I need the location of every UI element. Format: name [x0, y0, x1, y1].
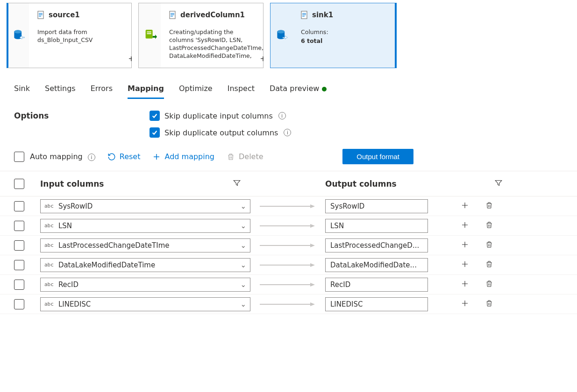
- options-heading: Options: [14, 111, 150, 120]
- flow-node-source1[interactable]: source1 Import data from ds_Blob_Input_C…: [7, 3, 132, 68]
- tab-settings[interactable]: Settings: [45, 84, 76, 99]
- svg-rect-4: [39, 14, 43, 15]
- checkbox-row[interactable]: [14, 280, 24, 290]
- add-node-button[interactable]: +: [127, 54, 136, 63]
- svg-rect-16: [302, 13, 306, 14]
- tab-data-preview[interactable]: Data preview: [270, 84, 327, 99]
- mapping-toolbar: Auto mapping i Reset Add mapping Delete …: [0, 148, 577, 171]
- filter-icon[interactable]: [233, 179, 241, 189]
- svg-rect-7: [147, 31, 151, 32]
- chevron-down-icon: ⌄: [240, 261, 246, 269]
- tab-optimize[interactable]: Optimize: [179, 84, 213, 99]
- add-output-button[interactable]: [461, 260, 469, 270]
- delete-row-button[interactable]: [485, 221, 493, 231]
- type-badge: abc: [44, 262, 54, 268]
- mapping-row: abc LastProcessedChangeDateTIme ⌄ LastPr…: [0, 236, 577, 255]
- svg-rect-11: [171, 14, 174, 15]
- options-pane: Options Skip duplicate input columns i S…: [0, 99, 577, 148]
- svg-rect-12: [171, 16, 173, 16]
- checkbox-skip-dup-output[interactable]: [150, 127, 160, 138]
- input-column-value: LINEDISC: [58, 300, 91, 308]
- tab-errors[interactable]: Errors: [91, 84, 113, 99]
- add-output-button[interactable]: [461, 221, 469, 231]
- input-column-select[interactable]: abc LINEDISC ⌄: [40, 297, 250, 311]
- tab-sink[interactable]: Sink: [14, 84, 30, 99]
- flow-node-derivedColumn1[interactable]: derivedColumn1 Creating/updating the col…: [138, 3, 264, 68]
- filter-icon[interactable]: [494, 179, 503, 189]
- type-badge: abc: [44, 281, 54, 287]
- input-column-select[interactable]: abc LastProcessedChangeDateTIme ⌄: [40, 238, 250, 252]
- svg-point-1: [14, 30, 21, 33]
- input-column-value: SysRowID: [58, 202, 93, 210]
- svg-rect-8: [147, 33, 151, 34]
- svg-rect-17: [302, 14, 306, 15]
- delete-row-button[interactable]: [485, 240, 493, 250]
- tab-mapping[interactable]: Mapping: [128, 84, 164, 99]
- derived-column-icon: [143, 28, 157, 43]
- reset-button[interactable]: Reset: [107, 152, 141, 161]
- info-icon[interactable]: i: [88, 154, 95, 161]
- label-skip-dup-input: Skip duplicate input columns: [164, 112, 273, 120]
- chevron-down-icon: ⌄: [240, 300, 246, 308]
- input-column-value: RecID: [58, 280, 78, 289]
- type-badge: abc: [44, 203, 54, 209]
- delete-row-button[interactable]: [485, 260, 493, 270]
- delete-row-button[interactable]: [485, 280, 493, 289]
- delete-row-button[interactable]: [485, 201, 493, 211]
- svg-rect-5: [39, 16, 41, 16]
- chevron-down-icon: ⌄: [240, 241, 246, 250]
- sink-tabs: SinkSettingsErrorsMappingOptimizeInspect…: [0, 77, 577, 99]
- mapping-arrow-icon: [260, 242, 316, 249]
- chevron-down-icon: ⌄: [240, 222, 246, 230]
- type-badge: abc: [44, 223, 54, 229]
- database-icon: [275, 28, 288, 43]
- output-column-input[interactable]: RecID: [325, 278, 428, 292]
- input-column-select[interactable]: abc SysRowID ⌄: [40, 199, 250, 213]
- info-icon[interactable]: i: [284, 129, 291, 136]
- add-output-button[interactable]: [461, 201, 469, 211]
- chevron-down-icon: ⌄: [240, 280, 246, 289]
- output-column-input[interactable]: LINEDISC: [325, 297, 428, 311]
- file-icon: [169, 11, 177, 19]
- checkbox-auto-mapping[interactable]: [14, 152, 24, 162]
- header-input-columns: Input columns: [40, 179, 104, 189]
- input-column-select[interactable]: abc LSN ⌄: [40, 219, 250, 233]
- type-badge: abc: [44, 301, 54, 307]
- add-output-button[interactable]: [461, 240, 469, 250]
- output-column-input[interactable]: SysRowID: [325, 199, 428, 213]
- mapping-row: abc DataLakeModifiedDateTime ⌄ DataLakeM…: [0, 255, 577, 275]
- add-node-button[interactable]: +: [258, 54, 268, 63]
- input-column-select[interactable]: abc DataLakeModifiedDateTime ⌄: [40, 258, 250, 272]
- output-column-input[interactable]: LSN: [325, 219, 428, 233]
- file-icon: [37, 11, 45, 19]
- delete-row-button[interactable]: [485, 299, 493, 309]
- type-badge: abc: [44, 242, 54, 248]
- output-format-button[interactable]: Output format: [342, 149, 413, 164]
- checkbox-row[interactable]: [14, 221, 24, 231]
- flow-node-sink1[interactable]: sink1 Columns:6 total: [270, 3, 395, 68]
- add-output-button[interactable]: [461, 299, 469, 309]
- data-flow-canvas: source1 Import data from ds_Blob_Input_C…: [7, 3, 577, 68]
- checkbox-row[interactable]: [14, 240, 24, 251]
- checkbox-row[interactable]: [14, 260, 24, 270]
- output-column-input[interactable]: DataLakeModifiedDate...: [325, 258, 428, 272]
- mapping-row: abc LINEDISC ⌄ LINEDISC: [0, 294, 577, 314]
- header-output-columns: Output columns: [325, 179, 397, 189]
- mapping-row: abc SysRowID ⌄ SysRowID: [0, 196, 577, 216]
- input-column-select[interactable]: abc RecID ⌄: [40, 278, 250, 292]
- output-column-input[interactable]: LastProcessedChangeD...: [325, 238, 428, 252]
- info-icon[interactable]: i: [278, 112, 286, 119]
- input-column-value: LSN: [58, 222, 72, 230]
- input-column-value: DataLakeModifiedDateTime: [58, 261, 155, 269]
- add-mapping-button[interactable]: Add mapping: [152, 152, 214, 161]
- checkbox-skip-dup-input[interactable]: [150, 111, 160, 121]
- delete-button[interactable]: Delete: [227, 152, 264, 161]
- mapping-arrow-icon: [260, 281, 316, 288]
- mapping-row: abc RecID ⌄ RecID: [0, 275, 577, 294]
- database-icon: [12, 28, 25, 43]
- tab-inspect[interactable]: Inspect: [228, 84, 255, 99]
- checkbox-row[interactable]: [14, 299, 24, 309]
- add-output-button[interactable]: [461, 280, 469, 289]
- checkbox-select-all[interactable]: [14, 179, 24, 189]
- checkbox-row[interactable]: [14, 201, 24, 211]
